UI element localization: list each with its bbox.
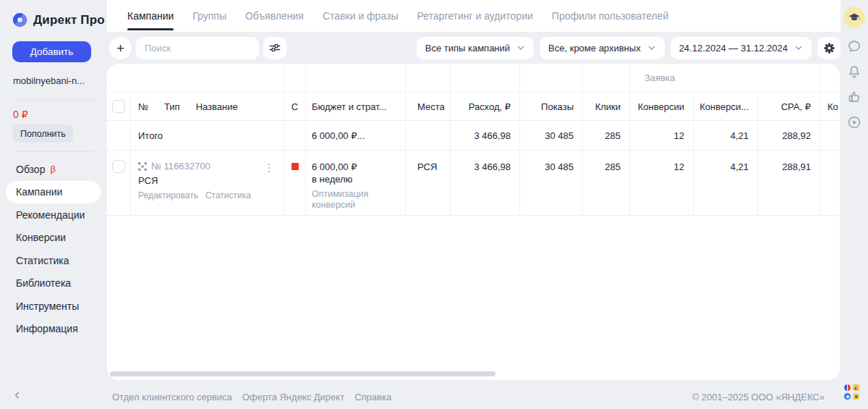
sidebar-item-label: Библиотека bbox=[16, 277, 71, 289]
chat-button[interactable] bbox=[846, 38, 863, 55]
search-input[interactable] bbox=[145, 43, 250, 54]
header-impressions[interactable]: Показы bbox=[519, 93, 582, 120]
learning-button[interactable] bbox=[843, 7, 865, 28]
footer: ‹ Отдел клиентского сервиса Оферта Яндек… bbox=[0, 380, 868, 409]
tab-label: Кампании bbox=[127, 10, 174, 22]
places-cell: РСЯ bbox=[405, 151, 450, 215]
sidebar-item-tools[interactable]: Инструменты bbox=[6, 295, 101, 318]
toolbar: + Все типы кампаний Все, кроме архивных … bbox=[107, 32, 841, 64]
plus-icon: + bbox=[116, 41, 124, 56]
beta-badge: β bbox=[50, 164, 55, 174]
budget-period: в неделю bbox=[312, 173, 401, 185]
sidebar-item-statistics[interactable]: Статистика bbox=[6, 249, 101, 272]
header-budget-label: Бюджет и страт... bbox=[312, 101, 387, 112]
archive-filter[interactable]: Все, кроме архивных bbox=[540, 37, 665, 59]
sidebar-item-campaigns[interactable]: Кампании bbox=[6, 181, 101, 204]
header-clicks-label: Клики bbox=[595, 101, 621, 112]
filter-button[interactable] bbox=[263, 37, 286, 59]
tab-ads[interactable]: Объявления bbox=[245, 0, 304, 32]
totals-impressions: 30 485 bbox=[545, 130, 574, 141]
header-places[interactable]: Места bbox=[405, 93, 450, 120]
header-number[interactable]: № bbox=[138, 101, 148, 112]
tab-label: Группы bbox=[192, 10, 226, 22]
statistics-link[interactable]: Статистика bbox=[205, 190, 251, 201]
footer-link-help[interactable]: Справка bbox=[354, 392, 391, 402]
clicks-cell: 285 bbox=[582, 151, 629, 215]
video-tutorials-button[interactable] bbox=[846, 114, 863, 131]
account-name[interactable]: mobilnyebani-n... bbox=[13, 75, 85, 86]
sidebar-item-recommendations[interactable]: Рекомендации bbox=[6, 203, 101, 227]
table-group-header-row: Заявка bbox=[107, 64, 840, 93]
select-all-checkbox[interactable] bbox=[112, 100, 125, 113]
header-title[interactable]: Название bbox=[196, 101, 238, 112]
sidebar-item-library[interactable]: Библиотека bbox=[6, 272, 101, 295]
totals-conversions: 12 bbox=[674, 130, 684, 141]
header-conv-rate[interactable]: Конверси... bbox=[693, 93, 757, 120]
header-truncated: Ко bbox=[820, 93, 840, 120]
collapse-sidebar-button[interactable]: ‹ bbox=[14, 385, 20, 402]
notifications-button[interactable] bbox=[846, 63, 863, 80]
filter-value: Все, кроме архивных bbox=[548, 43, 641, 54]
header-conversions-label: Конверсии bbox=[638, 101, 684, 112]
header-clicks[interactable]: Клики bbox=[582, 93, 629, 120]
footer-links: Отдел клиентского сервиса Оферта Яндекс … bbox=[112, 392, 391, 402]
cpa-cell: 288,91 bbox=[757, 151, 820, 215]
tab-campaigns[interactable]: Кампании bbox=[127, 0, 174, 32]
totals-clicks: 285 bbox=[605, 130, 621, 141]
group-cell-empty bbox=[284, 64, 305, 92]
horizontal-scrollbar[interactable] bbox=[110, 371, 495, 376]
topup-button[interactable]: Пополнить bbox=[13, 125, 73, 143]
sidebar-item-label: Конверсии bbox=[16, 232, 66, 243]
header-checkbox-cell bbox=[107, 93, 130, 120]
totals-places-cell bbox=[405, 121, 450, 150]
chevron-down-icon bbox=[647, 43, 656, 52]
app-title: Директ Про bbox=[33, 13, 105, 28]
sliders-icon bbox=[268, 41, 282, 55]
sidebar-nav: Обзор β Кампании Рекомендации Конверсии … bbox=[6, 158, 101, 340]
sidebar-item-information[interactable]: Информация bbox=[6, 318, 101, 341]
spend-cell: 3 466,98 bbox=[450, 151, 519, 215]
footer-link-offer[interactable]: Оферта Яндекс Директ bbox=[242, 392, 344, 402]
header-truncated-label: Ко bbox=[827, 101, 838, 112]
yandex-services-icon[interactable] bbox=[844, 384, 859, 400]
add-button[interactable]: Добавить bbox=[12, 41, 91, 62]
sidebar-item-overview[interactable]: Обзор β bbox=[6, 158, 101, 181]
header-spend[interactable]: Расход, ₽ bbox=[450, 93, 519, 120]
impressions-cell: 30 485 bbox=[519, 151, 582, 215]
tab-label: Ретаргетинг и аудитории bbox=[417, 10, 533, 22]
edit-link[interactable]: Редактировать bbox=[138, 190, 198, 201]
sidebar-item-conversions[interactable]: Конверсии bbox=[6, 227, 101, 250]
header-conversions[interactable]: Конверсии bbox=[629, 93, 693, 120]
bell-icon bbox=[846, 64, 862, 80]
conv-rate-value: 4,21 bbox=[731, 161, 749, 172]
kebab-menu-icon[interactable]: ⋮ bbox=[262, 159, 276, 175]
chat-bubble-icon bbox=[846, 38, 862, 54]
header-cpa[interactable]: CPA, ₽ bbox=[757, 93, 820, 120]
balance-amount: 0 ₽ bbox=[13, 109, 28, 120]
header-budget[interactable]: Бюджет и страт... bbox=[305, 93, 405, 120]
campaign-row: № 116632700 РСЯ Редактировать Статистика… bbox=[107, 151, 840, 216]
impressions-value: 30 485 bbox=[545, 161, 574, 172]
tab-label: Профили пользователей bbox=[552, 10, 669, 22]
footer-link-support[interactable]: Отдел клиентского сервиса bbox=[112, 392, 232, 402]
campaign-number[interactable]: № 116632700 bbox=[151, 161, 210, 172]
add-campaign-button[interactable]: + bbox=[109, 37, 132, 59]
app-logo[interactable]: Директ Про bbox=[12, 12, 105, 28]
totals-spend: 3 466,98 bbox=[474, 130, 511, 141]
campaign-cell: № 116632700 РСЯ Редактировать Статистика… bbox=[130, 151, 284, 215]
chevron-down-icon bbox=[516, 43, 525, 52]
header-name-cell: № Тип Название bbox=[130, 93, 284, 120]
tab-bids-phrases[interactable]: Ставки и фразы bbox=[323, 0, 399, 32]
header-type[interactable]: Тип bbox=[164, 101, 180, 112]
tab-retargeting[interactable]: Ретаргетинг и аудитории bbox=[417, 0, 533, 32]
table-settings-button[interactable] bbox=[817, 37, 841, 59]
clicks-value: 285 bbox=[605, 161, 621, 172]
date-range-picker[interactable]: 24.12.2024 — 31.12.2024 bbox=[671, 37, 812, 59]
tab-user-profiles[interactable]: Профили пользователей bbox=[552, 0, 669, 32]
row-checkbox[interactable] bbox=[112, 160, 125, 173]
tab-groups[interactable]: Группы bbox=[192, 0, 226, 32]
header-status[interactable]: С bbox=[284, 93, 305, 120]
status-stopped-indicator[interactable] bbox=[292, 163, 299, 170]
feedback-button[interactable] bbox=[846, 88, 863, 106]
campaign-type-filter[interactable]: Все типы кампаний bbox=[417, 37, 534, 59]
